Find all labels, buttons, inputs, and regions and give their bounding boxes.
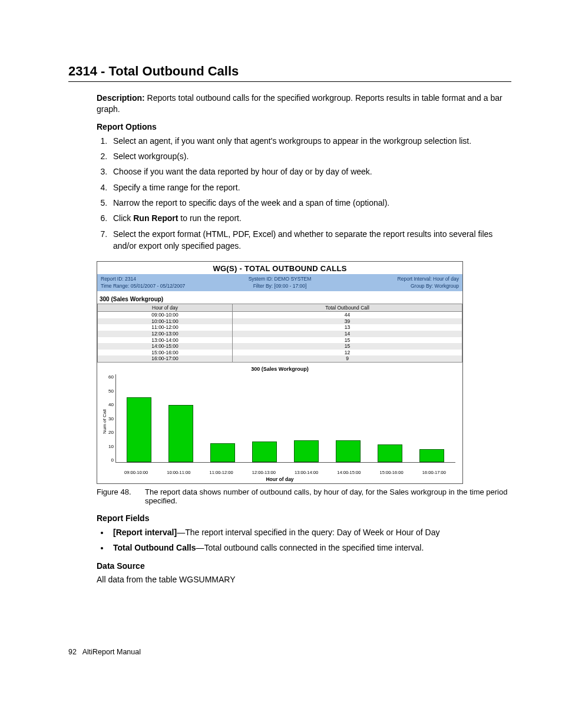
chart-xaxis: 09:00-10:0010:00-11:0011:00-12:0012:00-1… xyxy=(98,469,455,475)
chart-bar xyxy=(419,449,444,463)
time-range: Time Range: 05/01/2007 - 05/12/2007 xyxy=(101,283,220,289)
title-rule xyxy=(68,81,511,82)
table-row: 09:00-10:0044 xyxy=(98,312,462,318)
chart-bar xyxy=(168,405,193,463)
report-interval: Report Interval: Hour of day xyxy=(339,276,459,282)
figure-number: Figure 48. xyxy=(97,487,145,505)
report-sample-header: Report ID: 2314 System ID: DEMO SYSTEM R… xyxy=(97,274,462,291)
chart-bar xyxy=(127,397,151,462)
chart-plot xyxy=(115,374,455,463)
group-by: Group By: Workgroup xyxy=(339,283,459,289)
chart-bar xyxy=(378,444,402,462)
description-text: Reports total outbound calls for the spe… xyxy=(97,93,503,114)
chart-title: 300 (Sales Workgroup) xyxy=(98,366,461,372)
data-source-text: All data from the table WGSUMMARY xyxy=(97,574,511,585)
filter-by: Filter By: [09:00 - 17:00] xyxy=(220,283,340,289)
chart-bar xyxy=(210,443,235,463)
footer-doc-title: AltiReport Manual xyxy=(82,648,141,656)
page-number: 92 xyxy=(68,648,77,656)
list-item: Specify a time range for the report. xyxy=(110,182,511,193)
chart-ylabel: Num of Call xyxy=(101,374,108,469)
list-item: Total Outbound Calls—Total outbound call… xyxy=(110,542,511,554)
table-row: 15:00-16:0012 xyxy=(98,350,462,356)
report-fields-list: [Report interval]—The report interval sp… xyxy=(97,526,511,554)
list-item: Select workgroup(s). xyxy=(110,150,511,162)
table-row: 12:00-13:0014 xyxy=(98,331,462,337)
list-item: Choose if you want the data reported by … xyxy=(110,166,511,177)
data-table: Hour of day Total Outbound Call 09:00-10… xyxy=(97,304,462,363)
report-options-list: Select an agent, if you want only that a… xyxy=(97,135,511,252)
table-row: 13:00-14:0015 xyxy=(98,337,462,344)
table-row: 11:00-12:0013 xyxy=(98,324,462,331)
chart-bar xyxy=(252,442,277,462)
chart: 300 (Sales Workgroup) Num of Call 605040… xyxy=(97,363,462,483)
report-options-heading: Report Options xyxy=(97,122,511,131)
workgroup-name: 300 (Sales Workgroup) xyxy=(97,291,462,304)
page-title: 2314 - Total Outbound Calls xyxy=(68,64,511,79)
col-total: Total Outbound Call xyxy=(233,304,462,312)
list-item: Click Run Report to run the report. xyxy=(110,212,511,224)
list-item: Select the export format (HTML, PDF, Exc… xyxy=(110,228,511,252)
report-sample: WG(S) - TOTAL OUTBOUND CALLS Report ID: … xyxy=(97,261,463,484)
system-id: System ID: DEMO SYSTEM xyxy=(220,276,340,282)
data-source-heading: Data Source xyxy=(97,561,511,571)
list-item: Select an agent, if you want only that a… xyxy=(110,135,511,147)
list-item: [Report interval]—The report interval sp… xyxy=(110,526,511,538)
table-row: 14:00-15:0015 xyxy=(98,343,462,350)
description: Description: Reports total outbound call… xyxy=(97,93,511,115)
report-sample-title: WG(S) - TOTAL OUTBOUND CALLS xyxy=(97,262,462,274)
col-hour: Hour of day xyxy=(98,304,233,312)
list-item: Narrow the report to specific days of th… xyxy=(110,197,511,209)
report-id: Report ID: 2314 xyxy=(101,276,220,282)
table-row: 16:00-17:009 xyxy=(98,355,462,362)
chart-bar xyxy=(336,440,361,463)
chart-bar xyxy=(294,440,319,463)
table-row: 10:00-11:0039 xyxy=(98,318,462,325)
page-footer: 92 AltiReport Manual xyxy=(68,648,141,656)
report-fields-heading: Report Fields xyxy=(97,513,511,523)
chart-xlabel: Hour of day xyxy=(98,476,461,482)
description-label: Description: xyxy=(97,93,145,103)
chart-yaxis: 6050403020100 xyxy=(108,374,115,463)
figure-caption: Figure 48. The report data shows number … xyxy=(97,487,511,505)
figure-text: The report data shows number of outbound… xyxy=(145,487,511,505)
